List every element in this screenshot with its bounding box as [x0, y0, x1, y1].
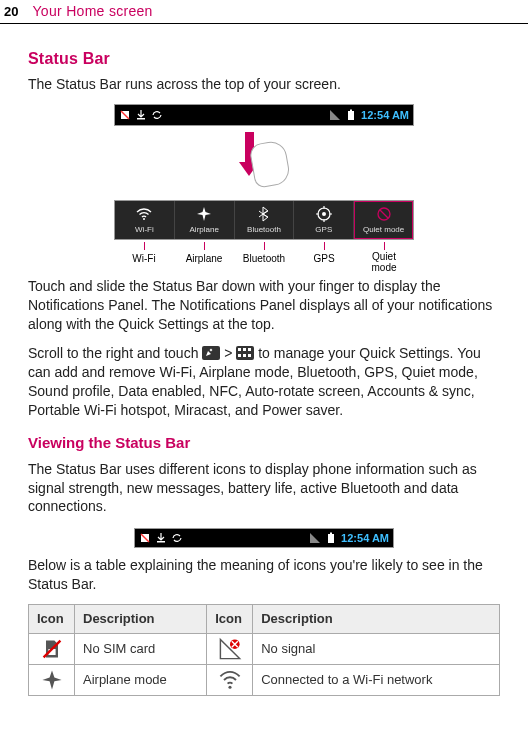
svg-rect-2: [137, 118, 145, 120]
status-bar-intro: The Status Bar runs across the top of yo…: [28, 75, 500, 94]
signal-icon: [329, 109, 341, 121]
callout-airplane: Airplane: [174, 242, 234, 273]
statusbar-time: 12:54 AM: [361, 108, 409, 123]
svg-rect-12: [238, 348, 241, 351]
table-header-row: Icon Description Icon Description: [29, 605, 500, 634]
nosim-icon: [40, 639, 64, 659]
callout-bluetooth: Bluetooth: [234, 242, 294, 273]
desc-nosignal: No signal: [253, 633, 500, 664]
icon-cell-airplane: [29, 664, 75, 695]
qs-quiet-label: Quiet mode: [354, 225, 413, 236]
quick-settings-panel: Wi-Fi Airplane Bluetooth GPS: [114, 200, 414, 240]
callout-quiet-line2: mode: [371, 262, 396, 273]
viewing-status-bar-heading: Viewing the Status Bar: [28, 433, 500, 453]
page-header: 20 Your Home screen: [0, 0, 528, 24]
status-bar-figure: 12:54 AM Wi-Fi Airplane: [28, 104, 500, 273]
statusbar-top: 12:54 AM: [114, 104, 414, 126]
svg-rect-13: [243, 348, 246, 351]
callout-quiet: Quiet mode: [354, 242, 414, 273]
sync-icon: [171, 532, 183, 544]
svg-point-5: [143, 218, 145, 220]
qs-bluetooth-label: Bluetooth: [235, 225, 294, 236]
edit-tile-icon: [202, 346, 220, 360]
qs-wifi-label: Wi-Fi: [115, 225, 174, 236]
para2-part1: Scroll to the right and touch: [28, 345, 202, 361]
gps-icon: [294, 205, 353, 223]
battery-icon: [325, 532, 337, 544]
callout-gps: GPS: [294, 242, 354, 273]
signal-icon: [309, 532, 321, 544]
svg-rect-17: [248, 354, 251, 357]
qs-gps: GPS: [294, 201, 354, 239]
th-icon-2: Icon: [207, 605, 253, 634]
pull-down-gesture: [234, 132, 294, 194]
callout-quiet-line1: Quiet: [372, 251, 396, 262]
airplane-icon: [175, 205, 234, 223]
th-icon-1: Icon: [29, 605, 75, 634]
svg-rect-22: [330, 533, 332, 535]
desc-nosim: No SIM card: [75, 633, 207, 664]
grid-settings-icon: [236, 346, 254, 360]
table-row: No SIM card No signal: [29, 633, 500, 664]
viewing-intro: The Status Bar uses different icons to d…: [28, 460, 500, 517]
status-bar-heading: Status Bar: [28, 48, 500, 70]
svg-point-7: [322, 212, 326, 216]
qs-airplane-label: Airplane: [175, 225, 234, 236]
callout-wifi: Wi-Fi: [114, 242, 174, 273]
statusbar-time: 12:54 AM: [341, 531, 389, 546]
svg-rect-4: [350, 110, 352, 112]
nosim-icon: [139, 532, 151, 544]
status-bar-icons-table: Icon Description Icon Description No SIM…: [28, 604, 500, 696]
wifi-icon: [218, 670, 242, 690]
status-bar-figure-2: 12:54 AM: [28, 526, 500, 552]
svg-rect-14: [248, 348, 251, 351]
desc-airplane: Airplane mode: [75, 664, 207, 695]
svg-point-28: [228, 685, 231, 688]
wifi-icon: [115, 205, 174, 223]
svg-rect-3: [348, 111, 354, 120]
hand-icon: [248, 140, 291, 190]
svg-rect-21: [328, 534, 334, 543]
nosignal-icon: [218, 639, 242, 659]
svg-rect-20: [157, 541, 165, 543]
airplane-icon: [40, 670, 64, 690]
icon-cell-nosim: [29, 633, 75, 664]
nosim-icon: [119, 109, 131, 121]
quick-settings-callouts: Wi-Fi Airplane Bluetooth GPS Quiet mode: [114, 242, 414, 273]
page-number: 20: [0, 3, 32, 21]
th-desc-2: Description: [253, 605, 500, 634]
desc-wifi: Connected to a Wi-Fi network: [253, 664, 500, 695]
svg-rect-16: [243, 354, 246, 357]
th-desc-1: Description: [75, 605, 207, 634]
manage-quick-settings-paragraph: Scroll to the right and touch > to manag…: [28, 344, 500, 420]
notifications-panel-paragraph: Touch and slide the Status Bar down with…: [28, 277, 500, 334]
table-intro: Below is a table explaining the meaning …: [28, 556, 500, 594]
download-icon: [155, 532, 167, 544]
qs-gps-label: GPS: [294, 225, 353, 236]
svg-rect-15: [238, 354, 241, 357]
quiet-mode-icon: [354, 205, 413, 223]
download-icon: [135, 109, 147, 121]
icon-cell-wifi: [207, 664, 253, 695]
sync-icon: [151, 109, 163, 121]
statusbar-example: 12:54 AM: [134, 528, 394, 548]
svg-rect-9: [202, 346, 220, 360]
bluetooth-icon: [235, 205, 294, 223]
chapter-title: Your Home screen: [32, 2, 152, 21]
qs-wifi: Wi-Fi: [115, 201, 175, 239]
battery-icon: [345, 109, 357, 121]
qs-airplane: Airplane: [175, 201, 235, 239]
icon-cell-nosignal: [207, 633, 253, 664]
para2-part2: >: [224, 345, 236, 361]
qs-bluetooth: Bluetooth: [235, 201, 295, 239]
qs-quiet: Quiet mode: [354, 201, 413, 239]
table-row: Airplane mode Connected to a Wi-Fi netwo…: [29, 664, 500, 695]
